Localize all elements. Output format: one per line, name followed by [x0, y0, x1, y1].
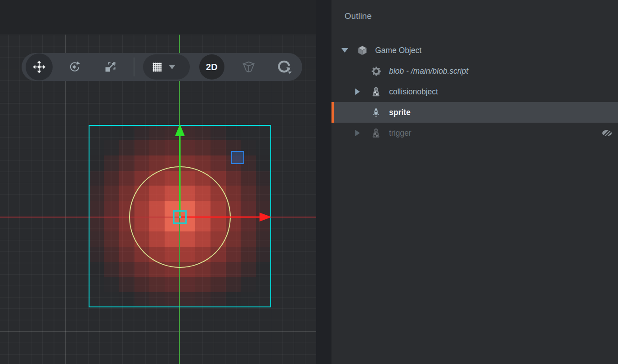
- scene-top-strip: [0, 0, 331, 35]
- collision-object-icon: [370, 127, 382, 139]
- tree-row-label: Game Object: [375, 46, 421, 55]
- tree-row-collisionobject[interactable]: collisionobject: [331, 81, 618, 102]
- scene-viewport[interactable]: [0, 35, 316, 364]
- tree-row-game-object[interactable]: Game Object: [331, 40, 618, 61]
- expand-arrow-icon[interactable]: [355, 89, 364, 95]
- gizmo-x-arrow[interactable]: [181, 213, 272, 222]
- collapse-arrow-icon[interactable]: [341, 47, 350, 53]
- expander-spacer: [355, 109, 364, 115]
- chevron-down-icon: [288, 71, 291, 74]
- scene-pane: 2D: [0, 0, 331, 364]
- sprite-rocket-icon: [370, 107, 382, 118]
- move-gizmo: [0, 35, 316, 364]
- defold-editor-window: 2D Outline: [0, 0, 618, 364]
- scene-toolbar: 2D: [22, 53, 302, 81]
- chevron-down-icon: [169, 65, 175, 69]
- move-arrows-icon: [32, 60, 46, 74]
- camera-reset-button[interactable]: [276, 59, 292, 75]
- grid-options-button[interactable]: [143, 54, 190, 80]
- expander-spacer: [355, 68, 364, 74]
- 2d-mode-label: 2D: [206, 62, 218, 72]
- scale-tool-button[interactable]: [104, 61, 116, 73]
- tree-row-label: collisionobject: [389, 87, 438, 97]
- script-gear-icon: [370, 65, 382, 77]
- cube-icon: [356, 44, 368, 56]
- tree-row-blob-script[interactable]: blob - /main/blob.script: [331, 61, 618, 81]
- outline-panel: Outline Game Object: [331, 0, 618, 364]
- collision-object-icon: [370, 86, 382, 98]
- rotate-circle-icon: [68, 61, 81, 73]
- scale-square-icon: [104, 61, 116, 73]
- tree-row-sprite[interactable]: sprite: [331, 102, 618, 123]
- grid-icon: [152, 62, 163, 73]
- toolbar-divider: [134, 58, 134, 76]
- tree-row-trigger[interactable]: trigger: [331, 123, 618, 143]
- move-tool-button[interactable]: [26, 53, 53, 80]
- orbit-arrow-icon: [276, 59, 292, 75]
- tree-row-label: sprite: [389, 108, 411, 117]
- tree-row-label: trigger: [389, 129, 412, 138]
- expand-arrow-icon[interactable]: [355, 130, 364, 136]
- frustum-icon: [242, 60, 256, 74]
- eye-slash-icon[interactable]: [601, 127, 613, 139]
- frustum-toggle-button[interactable]: [241, 59, 256, 75]
- gizmo-y-arrow[interactable]: [175, 124, 185, 217]
- move-gizmo-center-handle[interactable]: [173, 210, 187, 224]
- rotate-tool-button[interactable]: [68, 61, 81, 73]
- tree-row-label: blob - /main/blob.script: [389, 67, 468, 76]
- outline-tree: Game Object blob - /ma: [331, 40, 618, 143]
- pane-divider[interactable]: [316, 0, 331, 364]
- outline-panel-title: Outline: [345, 11, 372, 21]
- 2d-mode-button[interactable]: 2D: [199, 54, 224, 80]
